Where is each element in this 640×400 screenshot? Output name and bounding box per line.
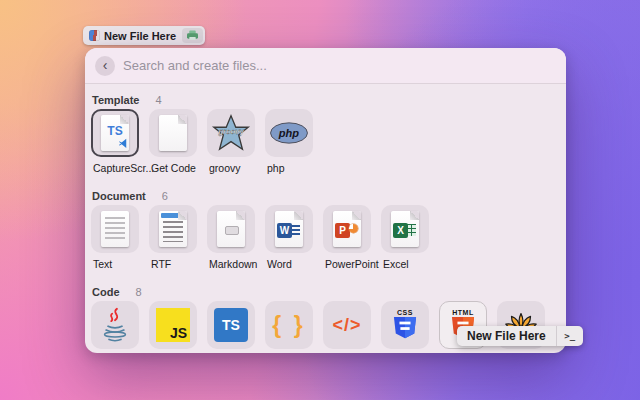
php-icon: php [268,121,310,145]
powerpoint-icon: P [333,211,361,247]
panel-body: Template 4 TS [85,84,566,349]
javascript-icon: JS [156,308,190,342]
vscode-icon [118,138,129,149]
code-item-json[interactable]: { } [265,301,313,349]
section-title: Document [92,190,146,202]
document-tiles: Text RTF [91,205,560,270]
section-count: 8 [136,286,142,298]
document-item-markdown[interactable] [207,205,255,253]
new-file-here-badge[interactable]: New File Here [83,26,205,45]
rtf-file-icon [159,211,187,247]
word-icon: W [275,211,303,247]
item-label: groovy [207,162,255,174]
svg-text:groovy: groovy [217,127,244,136]
item-label: Markdown [207,258,255,270]
document-item-word[interactable]: W [265,205,313,253]
item-label: Word [265,258,313,270]
groovy-star-icon: groovy [210,113,252,153]
section-template-header: Template 4 [91,94,560,106]
item-label: PowerPoint [323,258,371,270]
item-label: Get Code [149,162,197,174]
typescript-icon: TS [214,308,248,342]
desktop-background: New File Here ‹ Template 4 [0,0,640,400]
tooltip-label: New File Here [457,329,556,343]
xml-code-icon: </> [332,315,361,336]
quick-create-panel: ‹ Template 4 TS [85,48,566,353]
item-label: Text [91,258,139,270]
typescript-file-icon: TS [101,115,129,151]
section-document: Document 6 Text [91,190,560,270]
css3-icon: CSS [392,309,418,341]
new-file-here-tooltip[interactable]: New File Here >_ [457,326,583,346]
badge-label: New File Here [104,30,176,42]
item-label: CaptureScr... [91,162,139,174]
back-button[interactable]: ‹ [95,56,115,76]
printer-button[interactable] [182,28,203,43]
json-braces-icon: { } [272,312,305,339]
document-item-text[interactable] [91,205,139,253]
text-file-icon [101,211,129,247]
search-input[interactable] [123,58,556,73]
template-item-capturescreen[interactable]: TS [91,109,139,157]
code-item-xml[interactable]: </> [323,301,371,349]
section-code-header: Code 8 [91,286,560,298]
item-label: Excel [381,258,429,270]
template-item-getcode[interactable] [149,109,197,157]
svg-text:php: php [278,127,300,139]
search-bar: ‹ [85,48,566,84]
code-item-typescript[interactable]: TS [207,301,255,349]
section-count: 6 [162,190,168,202]
code-item-css[interactable]: CSS [381,301,429,349]
document-item-powerpoint[interactable]: P [323,205,371,253]
section-title: Code [92,286,120,298]
item-label: RTF [149,258,197,270]
section-template: Template 4 TS [91,94,560,174]
document-item-excel[interactable]: X [381,205,429,253]
excel-icon: X [391,211,419,247]
template-item-php[interactable]: php [265,109,313,157]
section-count: 4 [155,94,161,106]
code-item-java[interactable] [91,301,139,349]
template-item-groovy[interactable]: groovy [207,109,255,157]
document-item-rtf[interactable] [149,205,197,253]
back-chevron-icon: ‹ [103,56,108,74]
section-document-header: Document 6 [91,190,560,202]
markdown-file-icon [217,211,245,247]
app-icon [89,30,100,41]
printer-icon [186,30,199,41]
code-item-javascript[interactable]: JS [149,301,197,349]
section-title: Template [92,94,139,106]
terminal-icon: >_ [557,326,583,346]
blank-file-icon [159,115,187,151]
item-label: php [265,162,313,174]
java-icon [96,305,134,345]
template-tiles: TS CaptureScr... Get Code [91,109,560,174]
